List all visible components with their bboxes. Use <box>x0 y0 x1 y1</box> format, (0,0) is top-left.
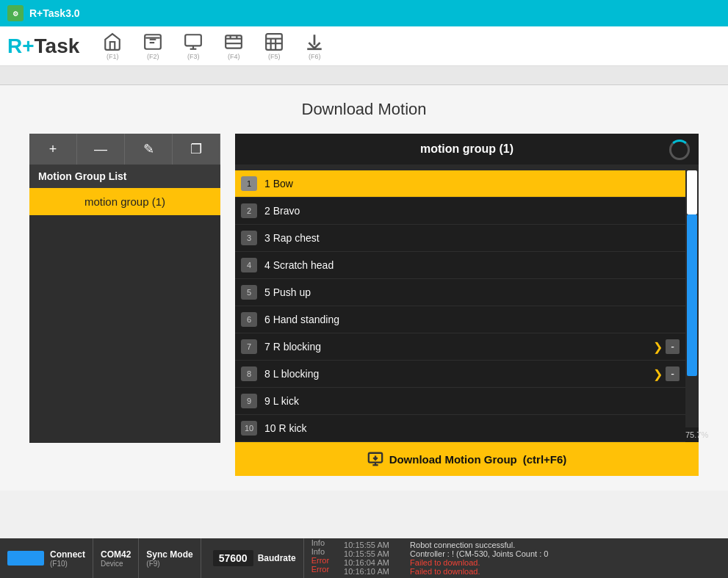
log-time: 10:16:10 AM <box>344 567 403 576</box>
log-line: 10:16:04 AMFailed to download. <box>344 558 721 567</box>
motion-name: 2 Bravo <box>264 205 680 217</box>
nav-home[interactable]: (F1) <box>94 29 131 64</box>
download-btn-label: Download Motion Group <box>389 453 517 466</box>
device-port: COM42 <box>101 549 131 560</box>
motion-group-item[interactable]: motion group (1) <box>29 188 220 215</box>
left-panel: + — ✎ ❐ Motion Group List motion group (… <box>29 134 220 443</box>
svg-rect-14 <box>266 34 282 50</box>
motion-list-item[interactable]: 99 L kick <box>235 388 685 415</box>
motion-num-badge: 1 <box>241 176 257 191</box>
motion-name: 6 Hand standing <box>264 314 680 325</box>
log-level-info1: Info <box>311 538 325 547</box>
motion-name: 8 L blocking <box>264 368 653 380</box>
top-nav: R+ Task (F1) (F2) (F3) <box>0 26 728 66</box>
status-bar: Connect (F10) COM42 Device Sync Mode (F9… <box>0 538 728 578</box>
nav-video[interactable]: (F4) <box>215 29 252 64</box>
motion-name: 7 R blocking <box>264 341 653 353</box>
scrollbar-thumb-white <box>687 170 697 214</box>
nav-motion-shortcut: (F5) <box>268 53 281 60</box>
motion-num-badge: 10 <box>241 421 257 436</box>
log-level-error2: Error <box>311 565 329 574</box>
download-motion-group-btn[interactable]: Download Motion Group (ctrl+F6) <box>235 442 699 476</box>
left-panel-empty <box>29 215 220 443</box>
scrollbar-thumb-blue <box>687 214 697 376</box>
baudrate-label: Baudrate <box>258 553 296 563</box>
right-panel-header: motion group (1) <box>235 134 699 165</box>
log-message: Failed to download. <box>410 558 480 567</box>
download-btn-shortcut: (ctrl+F6) <box>523 453 567 466</box>
download-icon <box>367 451 383 467</box>
nav-device-shortcut: (F3) <box>187 53 200 60</box>
motion-name: 10 R kick <box>264 422 680 434</box>
nav-home-shortcut: (F1) <box>107 53 119 60</box>
syncmode-label: Sync Mode <box>146 549 192 560</box>
status-connect: Connect (F10) <box>0 538 93 578</box>
nav-code[interactable]: (F2) <box>134 29 171 64</box>
motion-num-badge: 3 <box>241 231 257 245</box>
motion-list-item[interactable]: 77 R blocking❯- <box>235 333 685 361</box>
motion-list-item[interactable]: 44 Scratch head <box>235 252 685 279</box>
panels-container: + — ✎ ❐ Motion Group List motion group (… <box>29 134 699 476</box>
nav-device[interactable]: (F3) <box>175 29 212 64</box>
scroll-percent: 75.7% <box>685 427 699 442</box>
motion-num-badge: 6 <box>241 312 257 327</box>
device-label: Device <box>101 560 131 568</box>
motion-num-badge: 9 <box>241 394 257 408</box>
page-title: Download Motion <box>29 100 699 119</box>
log-level-error1: Error <box>311 556 329 565</box>
log-time: 10:15:55 AM <box>344 549 403 558</box>
log-message: Failed to download. <box>410 567 480 576</box>
app-logo: R+ Task <box>7 35 79 58</box>
syncmode-shortcut: (F9) <box>146 560 192 568</box>
motion-list-item[interactable]: 88 L blocking❯- <box>235 361 685 388</box>
log-time: 10:16:04 AM <box>344 558 403 567</box>
add-motion-group-btn[interactable]: + <box>29 134 77 165</box>
motion-num-badge: 7 <box>241 339 257 354</box>
main-content: Download Motion + — ✎ ❐ Motion Group Lis… <box>0 85 728 491</box>
motion-group-list-title: Motion Group List <box>29 165 220 188</box>
motion-remove-btn[interactable]: - <box>666 366 680 381</box>
status-log-levels: Info Info Error Error <box>304 538 336 578</box>
svg-rect-6 <box>185 35 201 46</box>
nav-code-shortcut: (F2) <box>147 53 159 60</box>
svg-text:⚙: ⚙ <box>12 10 18 18</box>
connect-shortcut: (F10) <box>50 560 85 568</box>
motion-num-badge: 2 <box>241 203 257 218</box>
log-line: 10:15:55 AMRobot connection successful. <box>344 541 721 549</box>
right-panel-title: motion group (1) <box>420 142 513 155</box>
status-baudrate: 57600 Baudrate <box>201 538 304 578</box>
motion-arrow-icon: ❯ <box>653 340 663 354</box>
baudrate-value: 57600 <box>213 550 253 566</box>
motion-list-item[interactable]: 55 Push up <box>235 279 685 306</box>
motion-num-badge: 5 <box>241 285 257 300</box>
motion-num-badge: 8 <box>241 366 257 381</box>
scrollbar[interactable]: 75.7% <box>685 170 699 442</box>
motion-num-badge: 4 <box>241 258 257 272</box>
toolbar-strip <box>0 66 728 85</box>
motion-name: 4 Scratch head <box>264 259 680 271</box>
loading-spinner <box>669 140 690 160</box>
nav-motion[interactable]: (F5) <box>256 29 292 64</box>
status-syncmode: Sync Mode (F9) <box>139 538 201 578</box>
progress-strip <box>235 165 699 170</box>
log-message: Robot connection successful. <box>410 541 515 549</box>
connect-label: Connect <box>50 549 85 560</box>
motion-name: 1 Bow <box>264 178 680 189</box>
nav-download-shortcut: (F6) <box>309 53 321 60</box>
connect-indicator <box>7 551 44 566</box>
motion-list-wrapper: 11 Bow22 Bravo33 Rap chest44 Scratch hea… <box>235 170 699 442</box>
motion-remove-btn[interactable]: - <box>666 339 680 354</box>
motion-list-item[interactable]: 66 Hand standing <box>235 306 685 333</box>
motion-list-item[interactable]: 11 Bow <box>235 170 685 198</box>
motion-list: 11 Bow22 Bravo33 Rap chest44 Scratch hea… <box>235 170 685 442</box>
motion-name: 3 Rap chest <box>264 232 680 244</box>
edit-motion-group-btn[interactable]: ✎ <box>125 134 173 165</box>
motion-list-item[interactable]: 1010 R kick <box>235 415 685 442</box>
copy-motion-group-btn[interactable]: ❐ <box>173 134 220 165</box>
remove-motion-group-btn[interactable]: — <box>77 134 125 165</box>
motion-list-item[interactable]: 33 Rap chest <box>235 225 685 252</box>
motion-list-item[interactable]: 22 Bravo <box>235 198 685 225</box>
nav-download[interactable]: (F6) <box>296 29 333 64</box>
scrollbar-track[interactable] <box>685 170 699 427</box>
log-line: 10:16:10 AMFailed to download. <box>344 567 721 576</box>
